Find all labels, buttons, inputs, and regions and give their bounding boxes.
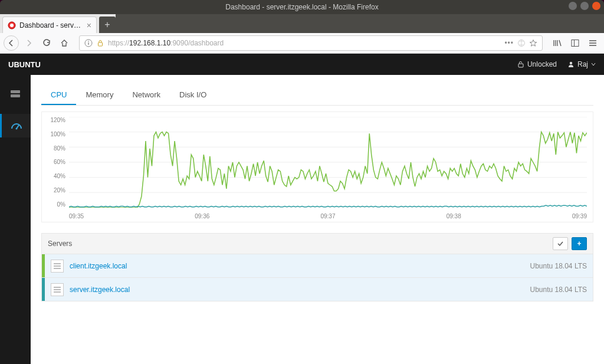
unlock-icon — [517, 61, 524, 68]
y-tick: 20% — [54, 187, 65, 194]
reader-mode-icon[interactable] — [517, 39, 526, 47]
svg-point-10 — [570, 62, 572, 64]
cockpit-sidebar — [0, 75, 31, 364]
y-tick: 120% — [50, 117, 65, 123]
add-server-button[interactable]: + — [572, 237, 587, 250]
browser-tab[interactable]: Dashboard - server.itzge × — [2, 17, 97, 33]
y-tick: 60% — [54, 159, 65, 165]
hamburger-menu-icon[interactable] — [585, 35, 600, 51]
window-minimize-button[interactable] — [569, 2, 577, 10]
svg-rect-9 — [518, 64, 523, 67]
user-label: Raj — [577, 60, 588, 68]
tab-memory[interactable]: Memory — [76, 86, 123, 105]
y-axis: 120%100%80%60%40%20%0% — [42, 117, 68, 208]
servers-panel: Servers + client.itzgeek.localUbuntu 18.… — [41, 233, 593, 301]
tab-cpu[interactable]: CPU — [41, 86, 76, 105]
server-icon — [51, 283, 64, 296]
x-tick: 09:35 — [69, 213, 84, 219]
forward-button[interactable] — [21, 35, 37, 51]
user-menu[interactable]: Raj — [567, 60, 596, 68]
sidebar-toggle-icon[interactable] — [567, 35, 583, 51]
window-close-button[interactable] — [592, 2, 600, 10]
tab-favicon-icon — [8, 21, 16, 29]
reload-button[interactable] — [39, 35, 54, 51]
edit-servers-button[interactable] — [553, 237, 568, 250]
info-icon[interactable] — [84, 39, 93, 47]
chart-series-0 — [69, 132, 587, 208]
back-button[interactable] — [4, 35, 19, 51]
svg-rect-4 — [88, 41, 88, 42]
server-os: Ubuntu 18.04 LTS — [530, 262, 587, 270]
metric-tabs: CPU Memory Network Disk I/O — [41, 86, 593, 106]
x-tick: 09:38 — [447, 213, 461, 219]
window-maximize-button[interactable] — [580, 2, 589, 10]
privilege-toggle[interactable]: Unlocked — [517, 60, 557, 68]
svg-rect-12 — [11, 94, 20, 97]
servers-title: Servers — [48, 240, 72, 248]
lock-warning-icon[interactable] — [96, 39, 104, 47]
home-button[interactable] — [57, 35, 72, 51]
server-row[interactable]: client.itzgeek.localUbuntu 18.04 LTS — [42, 254, 593, 277]
x-tick: 09:36 — [195, 213, 209, 219]
chart-series-1 — [69, 205, 587, 207]
svg-point-1 — [10, 24, 14, 27]
x-axis: 09:3509:3609:3709:3809:39 — [69, 213, 587, 219]
chart-plot — [69, 117, 587, 208]
privilege-label: Unlocked — [527, 60, 557, 68]
server-name: client.itzgeek.local — [70, 262, 524, 270]
server-color-stripe — [42, 254, 45, 277]
storage-icon[interactable] — [0, 82, 31, 106]
dashboard-icon[interactable] — [0, 114, 31, 137]
check-icon — [557, 241, 563, 247]
svg-rect-7 — [572, 40, 579, 47]
x-tick: 09:37 — [320, 213, 335, 219]
url-text: https://192.168.1.10:9090/dashboard — [108, 39, 501, 47]
user-icon — [567, 61, 575, 68]
tab-network[interactable]: Network — [123, 86, 170, 105]
svg-rect-3 — [88, 42, 88, 45]
server-os: Ubuntu 18.04 LTS — [530, 286, 587, 294]
tab-diskio[interactable]: Disk I/O — [170, 86, 216, 105]
x-tick: 09:39 — [572, 213, 587, 219]
cockpit-header: UBUNTU Unlocked Raj — [0, 54, 604, 75]
new-tab-button[interactable]: + — [99, 17, 116, 33]
url-bar[interactable]: https://192.168.1.10:9090/dashboard ••• — [79, 35, 543, 51]
cpu-chart: 120%100%80%60%40%20%0% 09:3509:3609:3709… — [41, 112, 593, 222]
window-title: Dashboard - server.itzgeek.local - Mozil… — [225, 3, 378, 11]
y-tick: 0% — [57, 201, 65, 208]
bookmark-star-icon[interactable] — [529, 39, 537, 47]
tab-label: Dashboard - server.itzge — [19, 21, 83, 29]
brand: UBUNTU — [8, 60, 41, 69]
page-actions-icon[interactable]: ••• — [504, 39, 514, 47]
browser-chrome: Dashboard - server.itzge × + — [0, 14, 604, 54]
server-row[interactable]: server.itzgeek.localUbuntu 18.04 LTS — [42, 277, 593, 301]
nav-bar: https://192.168.1.10:9090/dashboard ••• — [0, 33, 604, 53]
y-tick: 40% — [54, 173, 65, 179]
y-tick: 100% — [50, 131, 65, 137]
server-icon — [51, 260, 64, 273]
tab-strip-bg — [116, 14, 604, 33]
server-color-stripe — [42, 278, 45, 301]
server-name: server.itzgeek.local — [70, 286, 524, 294]
tab-strip: Dashboard - server.itzge × + — [0, 14, 604, 33]
tab-close-icon[interactable]: × — [87, 21, 91, 30]
svg-rect-11 — [11, 90, 20, 93]
servers-header: Servers + — [42, 234, 593, 254]
svg-rect-5 — [99, 42, 103, 46]
window-titlebar: Dashboard - server.itzgeek.local - Mozil… — [0, 0, 604, 14]
library-icon[interactable] — [550, 35, 565, 51]
svg-point-14 — [15, 128, 17, 130]
cockpit-app: UBUNTU Unlocked Raj — [0, 54, 604, 364]
y-tick: 80% — [54, 145, 65, 152]
cockpit-main: CPU Memory Network Disk I/O 120%100%80%6… — [31, 75, 604, 364]
chevron-down-icon — [591, 62, 596, 67]
